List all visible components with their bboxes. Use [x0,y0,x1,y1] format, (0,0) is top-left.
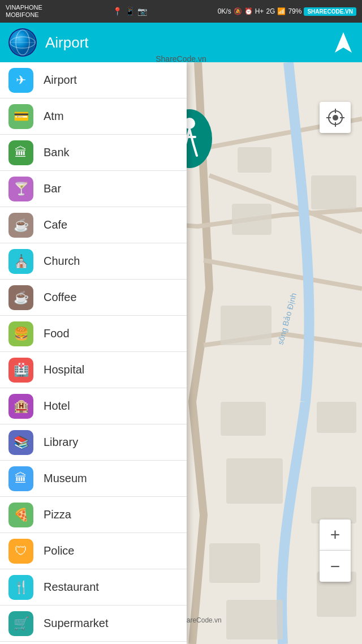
menu-label-food: Food [44,327,70,340]
menu-label-hotel: Hotel [44,400,70,413]
menu-label-coffee: Coffee [44,291,77,304]
menu-item-hotel[interactable]: 🏨Hotel [0,388,187,424]
menu-item-atm[interactable]: 💳Atm [0,98,187,135]
menu-item-restaurant[interactable]: 🍴Restaurant [0,569,187,606]
svg-rect-9 [232,204,272,235]
svg-rect-15 [311,175,356,209]
svg-marker-4 [335,32,352,53]
app-icon: 📷 [137,7,147,16]
menu-item-cafe[interactable]: ☕Cafe [0,207,187,243]
carrier2-label: MOBIFONE [6,11,42,19]
category-menu: ✈Airport💳Atm🏛Bank🍸Bar☕Cafe⛪Church☕Coffee… [0,62,187,644]
menu-item-bank[interactable]: 🏛Bank [0,135,187,171]
menu-item-library[interactable]: 📚Library [0,424,187,461]
svg-rect-16 [317,402,356,433]
restaurant-icon: 🍴 [8,575,33,600]
menu-item-pizza[interactable]: 🍕Pizza [0,497,187,533]
menu-label-atm: Atm [44,110,64,123]
menu-item-hospital[interactable]: 🏥Hospital [0,352,187,388]
menu-item-coffee[interactable]: ☕Coffee [0,280,187,316]
pizza-icon: 🍕 [8,503,33,527]
location-button[interactable] [320,102,351,133]
sharecode-badge: SHARECODE.VN [304,7,356,16]
supermarket-icon: 🛒 [8,611,33,636]
bank-icon: 🏛 [8,140,33,165]
menu-item-food[interactable]: 🍔Food [0,316,187,352]
signal-icon: 📶 [277,7,286,15]
menu-label-church: Church [44,255,80,268]
alarm-icon: ⏰ [244,7,253,15]
svg-point-25 [333,115,338,121]
battery-label: 79% [288,7,301,15]
menu-item-airport[interactable]: ✈Airport [0,62,187,98]
navigation-button[interactable] [333,32,354,53]
speed-indicator: 0K/s [218,7,231,15]
menu-label-bank: Bank [44,146,70,159]
menu-label-library: Library [44,436,78,449]
globe-icon [10,29,36,55]
page-title: Airport [45,34,333,51]
atm-icon: 💳 [8,104,33,129]
map-area[interactable]: sông Bảo Định [0,62,362,644]
status-icons: 📍 📱 📷 [113,7,147,16]
svg-rect-11 [226,458,283,504]
menu-label-bar: Bar [44,182,61,195]
hospital-icon: 🏥 [8,358,33,383]
carrier1-label: VINAPHONE [6,4,42,11]
zoom-in-button[interactable]: + [320,520,351,551]
menu-label-restaurant: Restaurant [44,581,99,594]
maps-icon: 📍 [113,7,122,16]
svg-rect-17 [311,487,356,523]
menu-item-bar[interactable]: 🍸Bar [0,171,187,207]
church-icon: ⛪ [8,249,33,274]
menu-item-police[interactable]: 🛡Police [0,533,187,569]
menu-item-museum[interactable]: 🏛Museum [0,461,187,497]
carrier-info: VINAPHONE MOBIFONE [6,4,42,19]
network-2g-icon: 2G [266,7,275,15]
svg-rect-14 [238,147,272,173]
messages-icon: 📱 [125,7,135,16]
zoom-out-button[interactable]: − [320,551,351,582]
menu-label-supermarket: Supermarket [44,617,109,630]
network-h-icon: H+ [255,7,264,15]
menu-label-police: Police [44,544,74,557]
menu-label-hospital: Hospital [44,363,84,376]
menu-label-cafe: Cafe [44,218,67,231]
svg-rect-10 [221,402,266,436]
menu-item-supermarket[interactable]: 🛒Supermarket [0,606,187,642]
svg-rect-18 [209,543,260,583]
coffee-icon: ☕ [8,285,33,310]
status-bar: VINAPHONE MOBIFONE 📍 📱 📷 0K/s 🔕 ⏰ H+ 2G … [0,0,362,23]
menu-label-museum: Museum [44,472,87,485]
hotel-icon: 🏨 [8,394,33,419]
app-logo [8,28,37,57]
police-icon: 🛡 [8,539,33,564]
cafe-icon: ☕ [8,213,33,238]
menu-item-church[interactable]: ⛪Church [0,243,187,280]
menu-label-pizza: Pizza [44,508,71,521]
museum-icon: 🏛 [8,466,33,491]
svg-rect-19 [226,600,283,639]
mute-icon: 🔕 [234,7,242,15]
library-icon: 📚 [8,430,33,455]
airplane-icon: ✈ [8,68,33,93]
bar-icon: 🍸 [8,177,33,201]
menu-label-airport: Airport [44,74,77,87]
svg-rect-8 [221,306,272,345]
status-right: 0K/s 🔕 ⏰ H+ 2G 📶 79% SHARECODE.VN [218,7,356,16]
zoom-controls: + − [320,520,351,582]
app-bar: Airport [0,23,362,62]
food-icon: 🍔 [8,321,33,346]
